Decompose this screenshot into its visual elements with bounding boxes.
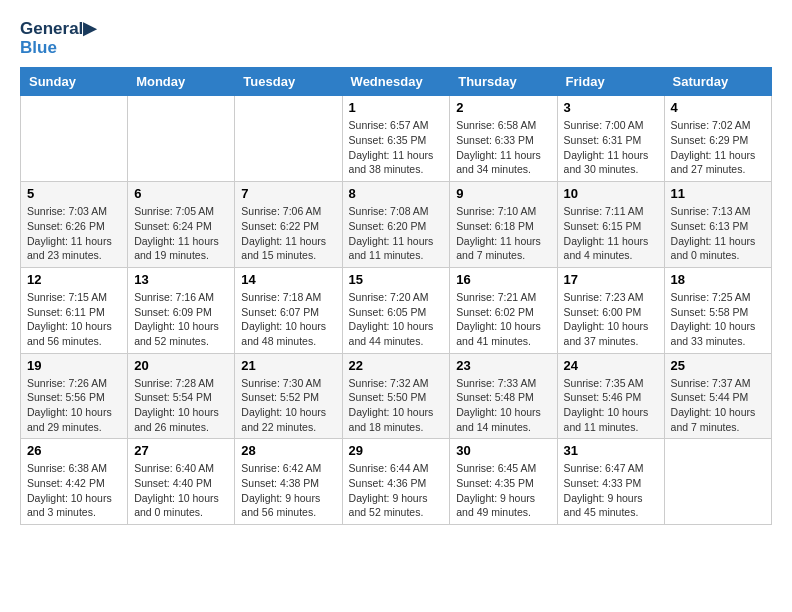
calendar-cell: 25Sunrise: 7:37 AM Sunset: 5:44 PM Dayli… [664, 353, 771, 439]
day-info: Sunrise: 7:00 AM Sunset: 6:31 PM Dayligh… [564, 118, 658, 177]
day-number: 27 [134, 443, 228, 458]
day-info: Sunrise: 7:32 AM Sunset: 5:50 PM Dayligh… [349, 376, 444, 435]
day-number: 28 [241, 443, 335, 458]
calendar-cell: 26Sunrise: 6:38 AM Sunset: 4:42 PM Dayli… [21, 439, 128, 525]
day-number: 11 [671, 186, 765, 201]
calendar-cell [128, 96, 235, 182]
week-row-4: 26Sunrise: 6:38 AM Sunset: 4:42 PM Dayli… [21, 439, 772, 525]
day-number: 23 [456, 358, 550, 373]
calendar-cell: 13Sunrise: 7:16 AM Sunset: 6:09 PM Dayli… [128, 267, 235, 353]
calendar-cell: 11Sunrise: 7:13 AM Sunset: 6:13 PM Dayli… [664, 182, 771, 268]
day-number: 12 [27, 272, 121, 287]
day-number: 25 [671, 358, 765, 373]
calendar-cell [21, 96, 128, 182]
day-number: 3 [564, 100, 658, 115]
day-info: Sunrise: 7:25 AM Sunset: 5:58 PM Dayligh… [671, 290, 765, 349]
calendar-cell: 9Sunrise: 7:10 AM Sunset: 6:18 PM Daylig… [450, 182, 557, 268]
calendar-cell: 29Sunrise: 6:44 AM Sunset: 4:36 PM Dayli… [342, 439, 450, 525]
calendar-cell: 7Sunrise: 7:06 AM Sunset: 6:22 PM Daylig… [235, 182, 342, 268]
page-header: General▶ Blue [20, 20, 772, 57]
day-info: Sunrise: 6:38 AM Sunset: 4:42 PM Dayligh… [27, 461, 121, 520]
calendar-body: 1Sunrise: 6:57 AM Sunset: 6:35 PM Daylig… [21, 96, 772, 525]
day-number: 17 [564, 272, 658, 287]
day-info: Sunrise: 7:06 AM Sunset: 6:22 PM Dayligh… [241, 204, 335, 263]
calendar-cell: 1Sunrise: 6:57 AM Sunset: 6:35 PM Daylig… [342, 96, 450, 182]
day-info: Sunrise: 7:03 AM Sunset: 6:26 PM Dayligh… [27, 204, 121, 263]
weekday-monday: Monday [128, 68, 235, 96]
day-number: 30 [456, 443, 550, 458]
weekday-saturday: Saturday [664, 68, 771, 96]
logo: General▶ Blue [20, 20, 96, 57]
day-number: 15 [349, 272, 444, 287]
day-info: Sunrise: 7:10 AM Sunset: 6:18 PM Dayligh… [456, 204, 550, 263]
calendar-cell: 23Sunrise: 7:33 AM Sunset: 5:48 PM Dayli… [450, 353, 557, 439]
calendar-cell: 15Sunrise: 7:20 AM Sunset: 6:05 PM Dayli… [342, 267, 450, 353]
day-number: 8 [349, 186, 444, 201]
day-info: Sunrise: 6:58 AM Sunset: 6:33 PM Dayligh… [456, 118, 550, 177]
calendar-cell: 10Sunrise: 7:11 AM Sunset: 6:15 PM Dayli… [557, 182, 664, 268]
day-info: Sunrise: 7:20 AM Sunset: 6:05 PM Dayligh… [349, 290, 444, 349]
day-number: 4 [671, 100, 765, 115]
day-info: Sunrise: 6:45 AM Sunset: 4:35 PM Dayligh… [456, 461, 550, 520]
calendar-cell: 27Sunrise: 6:40 AM Sunset: 4:40 PM Dayli… [128, 439, 235, 525]
day-number: 21 [241, 358, 335, 373]
calendar-cell: 12Sunrise: 7:15 AM Sunset: 6:11 PM Dayli… [21, 267, 128, 353]
calendar-cell [235, 96, 342, 182]
day-number: 22 [349, 358, 444, 373]
weekday-tuesday: Tuesday [235, 68, 342, 96]
day-info: Sunrise: 7:37 AM Sunset: 5:44 PM Dayligh… [671, 376, 765, 435]
day-info: Sunrise: 7:16 AM Sunset: 6:09 PM Dayligh… [134, 290, 228, 349]
day-info: Sunrise: 6:40 AM Sunset: 4:40 PM Dayligh… [134, 461, 228, 520]
calendar-cell: 16Sunrise: 7:21 AM Sunset: 6:02 PM Dayli… [450, 267, 557, 353]
calendar-cell: 14Sunrise: 7:18 AM Sunset: 6:07 PM Dayli… [235, 267, 342, 353]
week-row-2: 12Sunrise: 7:15 AM Sunset: 6:11 PM Dayli… [21, 267, 772, 353]
day-info: Sunrise: 6:47 AM Sunset: 4:33 PM Dayligh… [564, 461, 658, 520]
day-info: Sunrise: 7:33 AM Sunset: 5:48 PM Dayligh… [456, 376, 550, 435]
calendar-cell: 3Sunrise: 7:00 AM Sunset: 6:31 PM Daylig… [557, 96, 664, 182]
day-info: Sunrise: 6:42 AM Sunset: 4:38 PM Dayligh… [241, 461, 335, 520]
calendar-cell: 5Sunrise: 7:03 AM Sunset: 6:26 PM Daylig… [21, 182, 128, 268]
weekday-thursday: Thursday [450, 68, 557, 96]
day-number: 26 [27, 443, 121, 458]
logo-wordmark: General▶ Blue [20, 20, 96, 57]
day-info: Sunrise: 7:02 AM Sunset: 6:29 PM Dayligh… [671, 118, 765, 177]
week-row-3: 19Sunrise: 7:26 AM Sunset: 5:56 PM Dayli… [21, 353, 772, 439]
calendar-cell: 21Sunrise: 7:30 AM Sunset: 5:52 PM Dayli… [235, 353, 342, 439]
week-row-0: 1Sunrise: 6:57 AM Sunset: 6:35 PM Daylig… [21, 96, 772, 182]
day-info: Sunrise: 7:08 AM Sunset: 6:20 PM Dayligh… [349, 204, 444, 263]
day-number: 2 [456, 100, 550, 115]
day-number: 14 [241, 272, 335, 287]
day-info: Sunrise: 7:30 AM Sunset: 5:52 PM Dayligh… [241, 376, 335, 435]
day-info: Sunrise: 7:35 AM Sunset: 5:46 PM Dayligh… [564, 376, 658, 435]
day-number: 29 [349, 443, 444, 458]
day-info: Sunrise: 7:15 AM Sunset: 6:11 PM Dayligh… [27, 290, 121, 349]
calendar-cell: 4Sunrise: 7:02 AM Sunset: 6:29 PM Daylig… [664, 96, 771, 182]
weekday-friday: Friday [557, 68, 664, 96]
day-info: Sunrise: 7:18 AM Sunset: 6:07 PM Dayligh… [241, 290, 335, 349]
weekday-sunday: Sunday [21, 68, 128, 96]
day-number: 1 [349, 100, 444, 115]
calendar-cell: 22Sunrise: 7:32 AM Sunset: 5:50 PM Dayli… [342, 353, 450, 439]
day-number: 20 [134, 358, 228, 373]
calendar-cell: 8Sunrise: 7:08 AM Sunset: 6:20 PM Daylig… [342, 182, 450, 268]
day-info: Sunrise: 7:05 AM Sunset: 6:24 PM Dayligh… [134, 204, 228, 263]
day-number: 13 [134, 272, 228, 287]
day-number: 16 [456, 272, 550, 287]
day-number: 5 [27, 186, 121, 201]
day-number: 7 [241, 186, 335, 201]
day-number: 31 [564, 443, 658, 458]
day-info: Sunrise: 7:11 AM Sunset: 6:15 PM Dayligh… [564, 204, 658, 263]
calendar-cell: 28Sunrise: 6:42 AM Sunset: 4:38 PM Dayli… [235, 439, 342, 525]
day-info: Sunrise: 7:23 AM Sunset: 6:00 PM Dayligh… [564, 290, 658, 349]
calendar-cell [664, 439, 771, 525]
weekday-header-row: SundayMondayTuesdayWednesdayThursdayFrid… [21, 68, 772, 96]
day-info: Sunrise: 7:21 AM Sunset: 6:02 PM Dayligh… [456, 290, 550, 349]
calendar-cell: 30Sunrise: 6:45 AM Sunset: 4:35 PM Dayli… [450, 439, 557, 525]
calendar-cell: 31Sunrise: 6:47 AM Sunset: 4:33 PM Dayli… [557, 439, 664, 525]
day-info: Sunrise: 7:28 AM Sunset: 5:54 PM Dayligh… [134, 376, 228, 435]
day-info: Sunrise: 6:44 AM Sunset: 4:36 PM Dayligh… [349, 461, 444, 520]
day-number: 6 [134, 186, 228, 201]
day-number: 24 [564, 358, 658, 373]
calendar-cell: 24Sunrise: 7:35 AM Sunset: 5:46 PM Dayli… [557, 353, 664, 439]
calendar-cell: 19Sunrise: 7:26 AM Sunset: 5:56 PM Dayli… [21, 353, 128, 439]
